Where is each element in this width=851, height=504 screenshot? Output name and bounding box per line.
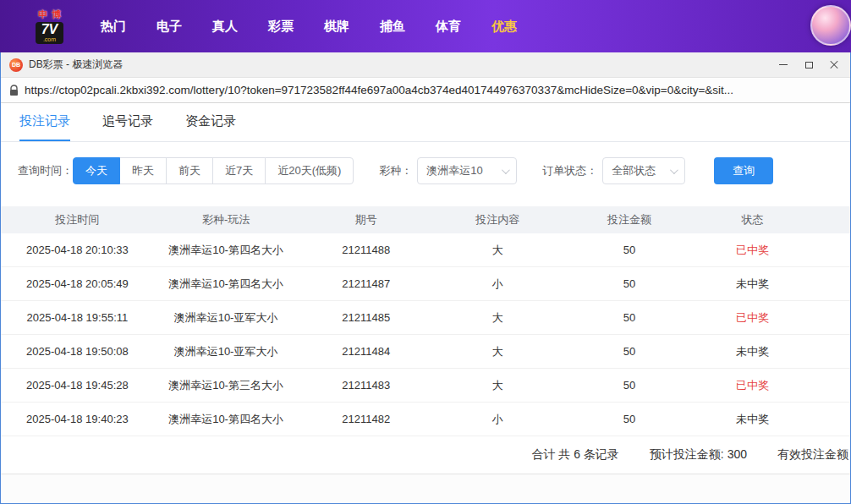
table-row: 2025-04-18 19:55:11澳洲幸运10-亚军大小21211485大5… xyxy=(1,301,850,335)
logo-text-sub: .com xyxy=(41,36,58,42)
time-filter-label: 查询时间： xyxy=(18,163,73,178)
status-select-value: 全部状态 xyxy=(612,163,656,178)
cell-game-play: 澳洲幸运10-第四名大小 xyxy=(154,277,299,292)
nav-item-彩票[interactable]: 彩票 xyxy=(268,19,294,35)
close-button[interactable] xyxy=(821,55,847,75)
cell-game-play: 澳洲幸运10-第四名大小 xyxy=(154,243,299,258)
window-title: DB彩票 - 极速浏览器 xyxy=(29,58,771,72)
cell-bet-amount: 50 xyxy=(562,244,698,256)
tab-追号记录[interactable]: 追号记录 xyxy=(102,103,153,141)
order-status-select[interactable]: 全部状态 xyxy=(602,157,685,184)
lottery-filter-label: 彩种： xyxy=(379,163,412,178)
time-option-近20天(低频)[interactable]: 近20天(低频) xyxy=(265,157,354,184)
cell-issue-number: 21211487 xyxy=(298,277,434,290)
summary-valid-amount: 有效投注金额 xyxy=(777,447,850,463)
cell-bet-amount: 50 xyxy=(562,379,698,392)
summary-expected-amount: 预计投注金额: 300 xyxy=(650,447,747,463)
cell-game-play: 澳洲幸运10-第三名大小 xyxy=(154,378,299,393)
nav-item-捕鱼[interactable]: 捕鱼 xyxy=(380,19,405,35)
time-option-昨天[interactable]: 昨天 xyxy=(119,157,167,184)
table-row: 2025-04-18 19:45:28澳洲幸运10-第三名大小21211483大… xyxy=(1,369,850,403)
cell-bet-time: 2025-04-18 19:40:23 xyxy=(1,413,154,425)
search-button[interactable]: 查询 xyxy=(714,157,773,184)
maximize-button[interactable] xyxy=(796,55,821,75)
cell-issue-number: 21211488 xyxy=(298,244,434,256)
cell-bet-amount: 50 xyxy=(562,277,698,290)
record-tabs: 投注记录追号记录资金记录 xyxy=(1,103,850,142)
time-range-group: 今天昨天前天近7天近20天(低频) xyxy=(73,157,354,184)
cell-bet-amount: 50 xyxy=(562,413,698,425)
window-controls xyxy=(771,55,847,75)
table-row: 2025-04-18 19:40:23澳洲幸运10-第四名大小21211482小… xyxy=(1,403,850,436)
maximize-icon xyxy=(805,62,813,68)
browser-window: DB DB彩票 - 极速浏览器 https://ctop02pcali.2kbx… xyxy=(0,52,851,504)
logo-box: 7V .com xyxy=(36,22,64,44)
time-option-前天[interactable]: 前天 xyxy=(166,157,213,184)
table-summary: 合计 共 6 条记录 预计投注金额: 300 有效投注金额 xyxy=(1,436,850,474)
column-header: 投注时间 xyxy=(1,212,154,227)
bottom-strip xyxy=(1,474,850,503)
tab-资金记录[interactable]: 资金记录 xyxy=(185,103,236,141)
cell-game-play: 澳洲幸运10-第四名大小 xyxy=(154,412,299,427)
cell-issue-number: 21211483 xyxy=(298,379,434,392)
filter-bar: 查询时间： 今天昨天前天近7天近20天(低频) 彩种： 澳洲幸运10 订单状态：… xyxy=(1,142,850,198)
nav-item-体育[interactable]: 体育 xyxy=(436,19,461,35)
nav-item-优惠[interactable]: 优惠 xyxy=(491,19,517,35)
column-header: 投注内容 xyxy=(434,212,562,227)
time-option-今天[interactable]: 今天 xyxy=(73,157,120,184)
cell-game-play: 澳洲幸运10-亚军大小 xyxy=(154,344,299,359)
screen: 申博 7V .com 热门电子真人彩票棋牌捕鱼体育优惠 DB DB彩票 - 极速… xyxy=(0,0,851,504)
cell-issue-number: 21211484 xyxy=(298,345,434,358)
summary-total: 合计 共 6 条记录 xyxy=(531,447,618,463)
site-topbar: 申博 7V .com 热门电子真人彩票棋牌捕鱼体育优惠 xyxy=(0,0,851,52)
logo-text-main: 7V xyxy=(41,23,58,36)
site-logo[interactable]: 申博 7V .com xyxy=(34,8,65,44)
cell-bet-time: 2025-04-18 20:10:33 xyxy=(1,244,154,256)
url-bar[interactable]: https://ctop02pcali.2kbxi392.com/lottery… xyxy=(1,78,850,103)
time-option-近7天[interactable]: 近7天 xyxy=(212,157,266,184)
tab-投注记录[interactable]: 投注记录 xyxy=(19,103,70,141)
cell-bet-content: 小 xyxy=(434,277,562,292)
lottery-select[interactable]: 澳洲幸运10 xyxy=(417,157,517,184)
minimize-icon xyxy=(779,64,788,65)
cell-bet-amount: 50 xyxy=(562,345,698,358)
column-header: 期号 xyxy=(298,212,434,227)
cell-bet-amount: 50 xyxy=(562,311,698,324)
lottery-select-value: 澳洲幸运10 xyxy=(426,163,482,178)
table-row: 2025-04-18 20:10:33澳洲幸运10-第四名大小21211488大… xyxy=(1,233,850,267)
table-header-row: 投注时间彩种-玩法期号投注内容投注金额状态 xyxy=(1,206,850,233)
user-avatar[interactable] xyxy=(810,5,851,46)
nav-item-真人[interactable]: 真人 xyxy=(212,19,238,35)
chevron-down-icon xyxy=(670,166,678,174)
table-row: 2025-04-18 19:50:08澳洲幸运10-亚军大小21211484大5… xyxy=(1,335,850,369)
cell-status: 已中奖 xyxy=(697,310,808,326)
cell-bet-content: 大 xyxy=(434,243,562,258)
status-filter-label: 订单状态： xyxy=(542,163,597,178)
chevron-down-icon xyxy=(502,166,510,174)
column-header: 投注金额 xyxy=(562,212,698,227)
nav-item-热门[interactable]: 热门 xyxy=(101,19,126,35)
logo-text-cn: 申博 xyxy=(38,8,65,21)
browser-titlebar: DB DB彩票 - 极速浏览器 xyxy=(1,52,850,78)
page-content: 投注记录追号记录资金记录 查询时间： 今天昨天前天近7天近20天(低频) 彩种：… xyxy=(1,103,850,503)
table-body: 2025-04-18 20:10:33澳洲幸运10-第四名大小21211488大… xyxy=(1,233,850,436)
minimize-button[interactable] xyxy=(771,55,796,75)
lock-icon xyxy=(9,85,19,96)
cell-bet-content: 大 xyxy=(434,344,562,359)
cell-issue-number: 21211482 xyxy=(298,413,434,425)
cell-bet-time: 2025-04-18 19:45:28 xyxy=(1,379,154,392)
cell-bet-time: 2025-04-18 19:50:08 xyxy=(1,345,154,358)
cell-bet-content: 大 xyxy=(434,310,562,326)
cell-game-play: 澳洲幸运10-亚军大小 xyxy=(154,310,299,326)
cell-bet-content: 小 xyxy=(434,412,562,427)
column-header: 彩种-玩法 xyxy=(154,212,299,227)
nav-item-棋牌[interactable]: 棋牌 xyxy=(324,19,349,35)
cell-issue-number: 21211485 xyxy=(298,311,434,324)
cell-status: 未中奖 xyxy=(697,344,808,359)
cell-status: 已中奖 xyxy=(697,378,808,393)
cell-status: 未中奖 xyxy=(697,277,808,292)
nav-item-电子[interactable]: 电子 xyxy=(156,19,182,35)
cell-status: 已中奖 xyxy=(697,243,808,258)
cell-status: 未中奖 xyxy=(697,412,808,427)
cell-bet-time: 2025-04-18 19:55:11 xyxy=(1,311,154,324)
